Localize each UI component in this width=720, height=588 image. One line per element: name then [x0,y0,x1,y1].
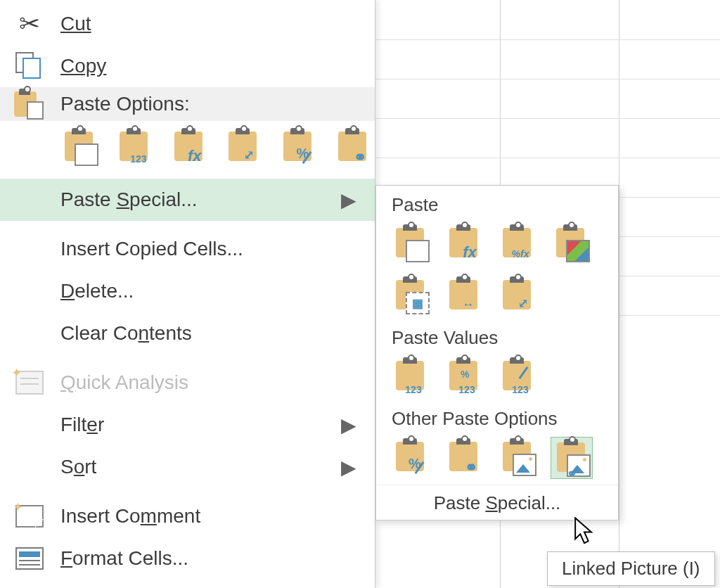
paste-transpose2-icon[interactable]: ⤢ [497,275,539,317]
paste-values-numberfmt-icon[interactable]: %123 [444,356,486,398]
menu-filter[interactable]: Filter ▶ [0,404,375,446]
scissors-icon: ✂ [10,9,49,39]
menu-cut[interactable]: ✂ Cut [0,3,375,45]
paste-formulas-numberfmt-icon[interactable]: %fx [497,223,539,265]
paste-transpose-icon[interactable]: ⤢ [223,127,265,169]
paste-picture-icon[interactable] [497,437,539,479]
paste-no-borders-icon[interactable]: ▦ [390,275,432,317]
paste-linked-picture-icon[interactable]: ⚭ [551,437,593,479]
paste-icon [10,89,49,120]
comment-icon: ✦ [10,505,49,528]
submenu-arrow-icon: ▶ [341,414,356,437]
menu-copy-label: Copy [60,55,106,77]
tooltip-label: Linked Picture (I) [562,558,700,579]
copy-icon [10,52,49,80]
context-menu: ✂ Cut Copy Paste Options: 123 fx ⤢ % [0,0,375,588]
paste-formatting-icon[interactable]: % [278,127,320,169]
paste-link2-icon[interactable]: ⚭ [444,437,486,479]
paste-formulas-icon[interactable]: fx [169,127,211,169]
paste-formulas2-icon[interactable]: fx [444,223,486,265]
paste-link-icon[interactable]: ⚭ [333,127,375,169]
paste-formatting2-icon[interactable]: % [390,437,432,479]
paste-values-icon[interactable]: 123 [114,127,156,169]
menu-format-cells[interactable]: Format Cells... [0,537,375,580]
menu-insert-comment[interactable]: ✦ Insert Comment [0,495,375,537]
submenu-paste-row1: fx %fx [376,219,618,271]
menu-insert-copied-cells[interactable]: Insert Copied Cells... [0,228,375,270]
menu-clear-contents[interactable]: Clear Contents [0,312,375,354]
paste-values2-icon[interactable]: 123 [390,356,432,398]
submenu-other-header: Other Paste Options [376,404,618,433]
paste-all-icon[interactable] [390,223,432,265]
menu-delete[interactable]: Delete... [0,270,375,312]
menu-quick-analysis: ✦ Quick Analysis [0,362,375,404]
paste-special-submenu: Paste fx %fx ▦ ↔ ⤢ Paste Values 123 %123… [375,185,619,520]
menu-paste-special[interactable]: Paste Special... ▶ [0,179,375,221]
menu-insert-copied-label: Insert Copied Cells... [60,238,243,260]
paste-keep-source-icon[interactable] [59,127,101,169]
paste-options-header: Paste Options: [0,87,375,121]
menu-cut-label: Cut [60,13,91,34]
paste-keep-source-fmt-icon[interactable] [551,223,593,265]
menu-copy[interactable]: Copy [0,45,375,87]
tooltip-linked-picture: Linked Picture (I) [547,551,715,586]
format-cells-icon [10,547,49,570]
paste-values-sourcefmt-icon[interactable]: 123 [497,356,539,398]
submenu-arrow-icon: ▶ [341,456,356,479]
quick-analysis-icon: ✦ [10,371,49,395]
submenu-paste-special-footer[interactable]: Paste Special... [376,485,618,520]
paste-keep-colwidth-icon[interactable]: ↔ [444,275,486,317]
submenu-arrow-icon: ▶ [341,188,356,212]
submenu-values-row: 123 %123 123 [376,352,618,404]
submenu-values-header: Paste Values [376,323,618,352]
submenu-paste-row2: ▦ ↔ ⤢ [376,271,618,323]
paste-options-row: 123 fx ⤢ % ⚭ [0,121,375,179]
submenu-paste-header: Paste [376,190,618,219]
submenu-other-row: % ⚭ ⚭ [376,433,618,485]
menu-sort[interactable]: Sort ▶ [0,446,375,488]
paste-options-label: Paste Options: [60,93,190,115]
